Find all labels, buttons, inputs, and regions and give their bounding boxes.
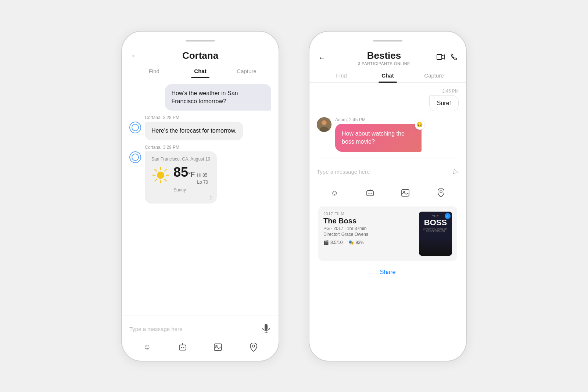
left-status-bar — [122, 32, 279, 50]
rating-icon-1: 🎬 — [323, 240, 329, 245]
message-bubble-left: Here's the forecast for tomorrow. — [145, 122, 243, 140]
weather-hi-lo: Hi 85 Lo 70 — [197, 172, 208, 186]
left-input-area: Type a message here ☺ — [122, 316, 279, 361]
weather-temp: 85°F — [173, 165, 195, 180]
cortana-circle-icon — [132, 124, 139, 131]
movie-director: Director: Grace Owens — [323, 232, 415, 237]
right-message-input-row[interactable]: Type a message here ▷ — [317, 164, 459, 179]
poster-tagline: A NEW PICTURE BY BRECK EISNER — [421, 227, 450, 233]
poster-big-text: BOSS — [424, 219, 447, 227]
svg-line-4 — [155, 169, 156, 171]
weather-condition: Sunny — [173, 187, 210, 193]
sun-icon — [151, 166, 170, 184]
right-tab-chat[interactable]: Chat — [365, 69, 411, 82]
right-header-icons — [437, 54, 457, 62]
share-row: Share — [317, 265, 459, 277]
right-phone: ← Besties 3 PARTICIPANTS ONLINE — [309, 31, 467, 362]
share-button[interactable]: Share — [380, 269, 396, 276]
svg-line-7 — [155, 179, 156, 181]
right-bot-icon[interactable] — [364, 187, 376, 199]
left-chat-area: How's the weather in San Francisco tomor… — [122, 78, 279, 316]
left-toolbar: ☺ — [129, 338, 271, 356]
mic-icon[interactable] — [261, 324, 271, 334]
svg-point-32 — [440, 191, 442, 193]
right-header-center: Besties 3 PARTICIPANTS ONLINE — [331, 50, 437, 66]
table-row: Cortana, 3:28 PM Here's the forecast for… — [129, 115, 271, 140]
right-location-icon[interactable] — [435, 187, 447, 199]
right-status-bar — [309, 32, 466, 50]
svg-point-24 — [322, 121, 326, 125]
rating-imdb: 🎬 8.5/10 — [323, 240, 343, 245]
location-icon[interactable] — [247, 341, 260, 353]
svg-point-13 — [181, 347, 182, 348]
svg-point-26 — [368, 193, 369, 194]
poster-check-icon: ✓ — [445, 213, 451, 219]
movie-ratings: 🎬 8.5/10 🎭 93% — [323, 240, 415, 245]
left-header: ← Cortana — [122, 50, 279, 64]
pink-message-bubble: How about watching the boss movie? 😊 — [335, 124, 422, 152]
svg-point-14 — [183, 347, 184, 348]
image-icon[interactable] — [212, 341, 224, 353]
phone-icon[interactable] — [451, 54, 457, 62]
svg-point-19 — [252, 345, 255, 347]
right-tab-find[interactable]: Find — [318, 69, 365, 82]
bot-icon[interactable] — [176, 341, 189, 353]
svg-point-27 — [370, 193, 372, 194]
right-header: ← Besties 3 PARTICIPANTS ONLINE — [309, 50, 466, 69]
left-message-input-row[interactable]: Type a message here — [129, 320, 271, 338]
adam-avatar — [317, 117, 331, 132]
right-tab-capture[interactable]: Capture — [411, 69, 457, 82]
weather-sender-time: Cortana, 3:29 PM — [145, 145, 217, 150]
avatar-image — [317, 117, 331, 132]
right-subtitle: 3 PARTICIPANTS ONLINE — [358, 61, 410, 66]
svg-rect-9 — [265, 324, 268, 330]
right-image-icon[interactable] — [399, 187, 412, 199]
poster-gradient — [419, 237, 452, 256]
weather-main: 85°F Hi 85 Lo 70 — [151, 165, 210, 186]
cortana-circle-icon-2 — [132, 154, 139, 161]
video-icon[interactable] — [437, 54, 445, 62]
right-message-placeholder: Type a message here — [317, 169, 453, 175]
right-title: Besties — [367, 50, 401, 61]
emoji-reaction: 😊 — [415, 120, 424, 130]
cortana-avatar-2 — [129, 151, 141, 163]
rating-value-1: 8.5/10 — [330, 240, 343, 245]
left-tab-chat[interactable]: Chat — [177, 64, 223, 78]
rating-rt: 🎭 93% — [348, 240, 364, 245]
svg-point-8 — [157, 172, 164, 179]
sure-time: 2:45 PM — [442, 89, 459, 94]
left-message-placeholder: Type a message here — [129, 326, 261, 332]
left-phone: ← Cortana Find Chat Capture How's the we… — [121, 31, 279, 362]
poster-subtitle: THE — [432, 215, 439, 218]
send-icon[interactable]: ▷ — [452, 167, 459, 176]
rating-value-2: 93% — [355, 240, 364, 245]
screens-container: ← Cortana Find Chat Capture How's the we… — [0, 16, 588, 376]
movie-poster: ✓ THE BOSS A NEW PICTURE BY BRECK EISNER — [419, 212, 452, 256]
svg-line-5 — [165, 179, 166, 181]
movie-card: 2017 FILM The Boss PG · 2017 · 1hr 37min… — [318, 206, 457, 261]
left-tab-find[interactable]: Find — [131, 64, 177, 78]
bing-logo: b — [209, 195, 212, 201]
right-status-bar-line — [373, 40, 402, 42]
svg-rect-12 — [179, 345, 186, 350]
left-title: Cortana — [144, 50, 257, 61]
table-row: Cortana, 3:29 PM San Francisco, CA, Augu… — [129, 145, 271, 204]
movie-meta: PG · 2017 · 1hr 37min — [323, 226, 415, 231]
left-tab-capture[interactable]: Capture — [223, 64, 270, 78]
right-toolbar: ☺ — [317, 184, 459, 202]
bottom-divider — [317, 283, 459, 283]
sure-bubble: Sure! — [429, 95, 459, 111]
movie-info: 2017 FILM The Boss PG · 2017 · 1hr 37min… — [323, 212, 415, 256]
cortana-avatar — [129, 122, 141, 133]
adam-sender-time: Adam, 2:45 PM — [335, 117, 446, 122]
right-emoji-icon[interactable]: ☺ — [328, 187, 341, 199]
sure-message-container: 2:45 PM Sure! — [317, 89, 459, 111]
svg-rect-17 — [214, 344, 222, 350]
table-row: How's the weather in San Francisco tomor… — [129, 84, 271, 111]
left-back-button[interactable]: ← — [131, 51, 144, 60]
movie-year-type: 2017 FILM — [323, 212, 415, 216]
svg-rect-25 — [367, 191, 373, 196]
weather-location: San Francisco, CA, August 19 — [151, 157, 210, 162]
right-back-button[interactable]: ← — [318, 54, 331, 62]
emoji-icon[interactable]: ☺ — [141, 341, 153, 353]
